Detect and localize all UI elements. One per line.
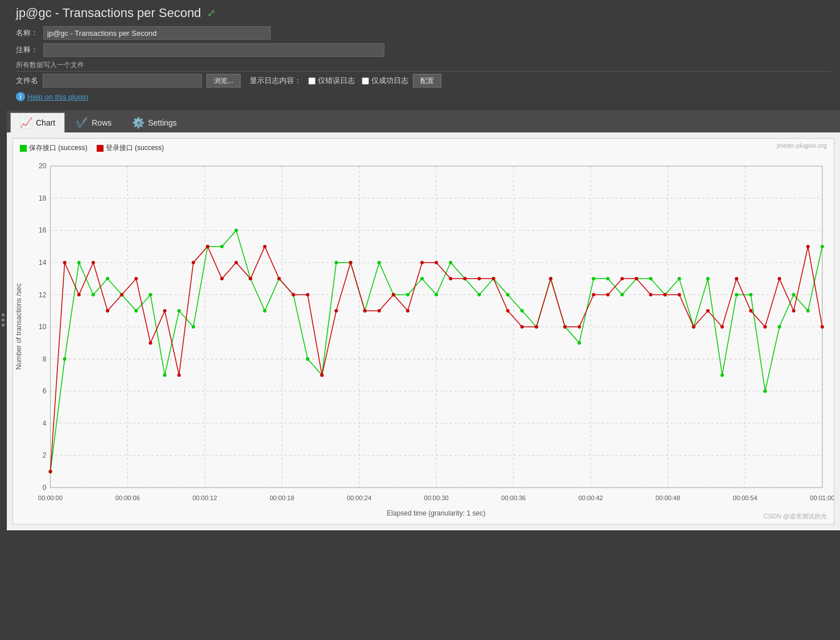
file-label: 文件名 xyxy=(16,76,38,86)
svg-point-133 xyxy=(478,277,481,280)
legend-green-label: 保存接口 (success) xyxy=(29,143,88,153)
svg-text:Number of transactions /sec: Number of transactions /sec xyxy=(15,284,23,370)
svg-point-100 xyxy=(792,293,796,296)
svg-point-75 xyxy=(435,293,438,296)
svg-point-107 xyxy=(106,309,109,313)
info-icon: i xyxy=(16,92,25,101)
svg-point-111 xyxy=(163,309,167,313)
name-input[interactable] xyxy=(43,26,271,40)
tab-rows[interactable]: ✔️ Rows xyxy=(66,113,121,132)
csdn-watermark: CSDN @追求测试的光 xyxy=(764,512,827,521)
svg-point-74 xyxy=(420,277,424,280)
svg-text:14: 14 xyxy=(39,259,47,267)
svg-point-149 xyxy=(706,309,710,313)
svg-point-118 xyxy=(263,245,267,248)
rows-tab-label: Rows xyxy=(92,118,111,127)
svg-point-95 xyxy=(721,373,724,377)
svg-text:00:00:06: 00:00:06 xyxy=(115,494,140,501)
svg-point-130 xyxy=(435,261,438,264)
svg-point-119 xyxy=(278,277,281,280)
svg-point-105 xyxy=(77,293,81,296)
settings-tab-label: Settings xyxy=(148,118,177,127)
section-label: 所有数据写入一个文件 xyxy=(16,60,831,72)
chart-legend: 保存接口 (success) 登录接口 (success) xyxy=(13,139,834,157)
svg-point-148 xyxy=(692,325,696,329)
svg-point-138 xyxy=(549,277,552,280)
file-input[interactable] xyxy=(43,74,202,88)
svg-text:00:00:54: 00:00:54 xyxy=(733,494,758,501)
svg-text:00:00:30: 00:00:30 xyxy=(424,494,449,501)
svg-point-58 xyxy=(192,325,195,329)
svg-text:20: 20 xyxy=(39,162,47,170)
svg-point-85 xyxy=(578,341,581,344)
svg-point-155 xyxy=(792,309,796,313)
svg-point-90 xyxy=(649,277,652,280)
svg-point-73 xyxy=(406,293,409,296)
svg-point-68 xyxy=(334,261,338,264)
svg-text:00:00:36: 00:00:36 xyxy=(501,494,525,501)
svg-point-86 xyxy=(592,277,595,280)
svg-text:00:00:00: 00:00:00 xyxy=(38,494,63,501)
svg-point-88 xyxy=(620,293,624,296)
legend-green-dot xyxy=(20,145,27,152)
comment-input[interactable] xyxy=(43,43,384,57)
svg-point-110 xyxy=(149,341,152,344)
success-log-label: 仅成功日志 xyxy=(371,76,408,86)
svg-point-97 xyxy=(749,293,752,296)
config-button[interactable]: 配置 xyxy=(413,74,441,88)
svg-point-143 xyxy=(620,277,624,280)
svg-point-104 xyxy=(63,261,67,264)
svg-point-135 xyxy=(506,309,510,313)
success-log-checkbox[interactable] xyxy=(362,77,369,85)
svg-text:12: 12 xyxy=(39,291,47,299)
svg-text:6: 6 xyxy=(43,387,47,395)
svg-point-136 xyxy=(520,325,524,329)
svg-point-50 xyxy=(77,261,81,264)
svg-point-60 xyxy=(220,245,224,248)
svg-point-52 xyxy=(106,277,109,280)
svg-point-139 xyxy=(563,325,566,329)
svg-point-55 xyxy=(149,293,152,296)
svg-text:00:01:00: 00:01:00 xyxy=(810,494,834,501)
svg-text:00:00:18: 00:00:18 xyxy=(270,494,294,501)
legend-red-dot xyxy=(97,145,104,152)
svg-text:16: 16 xyxy=(39,226,47,234)
svg-text:Elapsed time (granularity: 1 s: Elapsed time (granularity: 1 sec) xyxy=(387,509,485,517)
jmeter-watermark: jmeter-plugins.org xyxy=(777,142,827,149)
chart-tab-label: Chart xyxy=(36,118,55,127)
svg-point-63 xyxy=(263,309,267,313)
svg-point-121 xyxy=(306,293,309,296)
svg-point-124 xyxy=(349,261,352,264)
svg-point-157 xyxy=(821,325,824,329)
legend-red-label: 登录接口 (success) xyxy=(106,143,164,153)
svg-point-122 xyxy=(320,373,324,377)
svg-text:2: 2 xyxy=(43,451,47,459)
tab-chart[interactable]: 📈 Chart xyxy=(10,113,65,132)
svg-point-152 xyxy=(749,309,752,313)
left-handle[interactable] xyxy=(0,311,6,329)
svg-text:00:00:42: 00:00:42 xyxy=(578,494,603,501)
svg-point-123 xyxy=(334,309,338,313)
svg-point-146 xyxy=(663,293,667,296)
display-log-label: 显示日志内容： xyxy=(250,76,301,86)
error-log-checkbox[interactable] xyxy=(308,77,316,85)
svg-point-140 xyxy=(578,325,581,329)
svg-point-61 xyxy=(234,228,238,232)
svg-point-128 xyxy=(406,309,409,313)
svg-point-132 xyxy=(463,277,466,280)
svg-point-115 xyxy=(220,277,224,280)
legend-green: 保存接口 (success) xyxy=(20,143,88,153)
error-log-label: 仅错误日志 xyxy=(318,76,355,86)
svg-text:8: 8 xyxy=(43,355,47,363)
svg-point-96 xyxy=(735,293,738,296)
expand-icon[interactable]: ⤢ xyxy=(207,7,216,19)
svg-point-153 xyxy=(763,325,767,329)
legend-red: 登录接口 (success) xyxy=(97,143,164,153)
browse-button[interactable]: 浏览... xyxy=(206,74,241,88)
svg-point-142 xyxy=(606,293,610,296)
svg-point-99 xyxy=(777,325,781,329)
tab-settings[interactable]: ⚙️ Settings xyxy=(122,113,187,132)
chart-svg: 0 2 4 6 8 10 12 14 16 18 20 Number of tr… xyxy=(13,157,834,522)
help-link[interactable]: i Help on this plugin xyxy=(16,92,831,101)
svg-rect-0 xyxy=(13,157,834,522)
